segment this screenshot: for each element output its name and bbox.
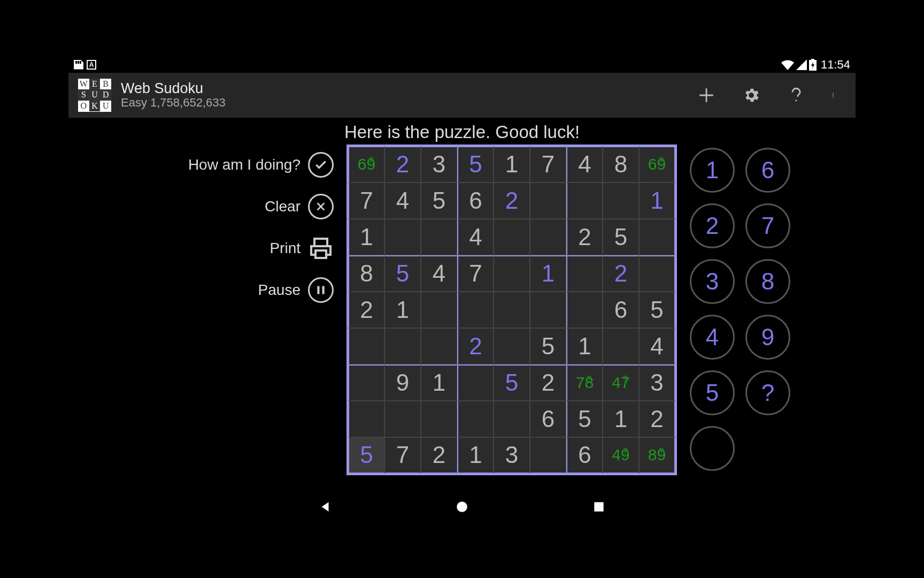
grid-cell[interactable]: 1 <box>603 401 639 437</box>
numpad-8-button[interactable]: 8 <box>745 259 790 304</box>
grid-cell[interactable] <box>494 219 530 255</box>
grid-cell[interactable]: 2 <box>494 182 530 219</box>
grid-cell[interactable]: 1 <box>530 255 566 292</box>
grid-cell[interactable]: 1 <box>457 437 494 474</box>
nav-home-icon[interactable] <box>455 500 469 514</box>
grid-cell[interactable] <box>494 292 530 328</box>
numpad-5-button[interactable]: 5 <box>690 370 735 415</box>
grid-cell[interactable]: 7 <box>530 146 566 182</box>
numpad-erase-button[interactable] <box>690 426 735 471</box>
grid-cell[interactable]: 9 <box>384 364 421 401</box>
grid-cell[interactable] <box>348 401 384 437</box>
grid-cell[interactable] <box>566 255 603 292</box>
grid-cell[interactable]: 2 <box>566 219 603 255</box>
grid-cell[interactable]: 89? <box>639 437 675 474</box>
grid-cell[interactable] <box>530 182 566 219</box>
clear-button[interactable]: Clear <box>265 194 334 219</box>
grid-cell[interactable]: 3 <box>494 437 530 474</box>
grid-cell[interactable]: 8 <box>348 255 384 292</box>
numpad-4-button[interactable]: 4 <box>690 315 735 360</box>
nav-recent-icon[interactable] <box>592 500 606 514</box>
grid-cell[interactable]: 2 <box>384 146 421 182</box>
grid-cell[interactable] <box>639 255 675 292</box>
grid-cell[interactable] <box>566 182 603 219</box>
grid-cell[interactable]: 5 <box>421 182 457 219</box>
grid-cell[interactable]: 7 <box>384 437 421 474</box>
grid-cell[interactable]: 2 <box>457 328 494 364</box>
grid-cell[interactable]: 5 <box>639 292 675 328</box>
grid-cell[interactable]: 5 <box>384 255 421 292</box>
settings-icon[interactable] <box>742 86 760 104</box>
grid-cell[interactable]: 5 <box>457 146 494 182</box>
grid-cell[interactable]: 1 <box>348 219 384 255</box>
grid-cell[interactable] <box>384 328 421 364</box>
grid-cell[interactable]: 5 <box>566 401 603 437</box>
grid-cell[interactable]: 6 <box>566 437 603 474</box>
grid-cell[interactable]: 2 <box>603 255 639 292</box>
grid-cell[interactable] <box>457 401 494 437</box>
help-icon[interactable] <box>787 86 805 104</box>
grid-cell[interactable]: 1 <box>494 146 530 182</box>
grid-cell[interactable] <box>421 328 457 364</box>
print-button[interactable]: Print <box>270 235 334 261</box>
grid-cell[interactable]: 78? <box>566 364 603 401</box>
numpad-1-button[interactable]: 1 <box>690 148 735 193</box>
new-puzzle-icon[interactable] <box>697 86 715 104</box>
grid-cell[interactable]: 2 <box>421 437 457 474</box>
grid-cell[interactable] <box>494 401 530 437</box>
grid-cell[interactable]: 7 <box>457 255 494 292</box>
grid-cell[interactable] <box>494 328 530 364</box>
numpad-2-button[interactable]: 2 <box>690 203 735 248</box>
grid-cell[interactable]: 5 <box>530 328 566 364</box>
grid-cell[interactable]: 6 <box>603 292 639 328</box>
grid-cell[interactable] <box>348 328 384 364</box>
pause-button[interactable]: Pause <box>258 277 334 303</box>
grid-cell[interactable]: 2 <box>530 364 566 401</box>
grid-cell[interactable] <box>530 292 566 328</box>
numpad-9-button[interactable]: 9 <box>745 315 790 360</box>
grid-cell[interactable] <box>530 437 566 474</box>
grid-cell[interactable] <box>348 364 384 401</box>
grid-cell[interactable] <box>457 364 494 401</box>
grid-cell[interactable] <box>566 292 603 328</box>
grid-cell[interactable] <box>603 328 639 364</box>
numpad-3-button[interactable]: 3 <box>690 259 735 304</box>
grid-cell[interactable]: 8 <box>603 146 639 182</box>
numpad-hint-button[interactable]: ? <box>745 370 790 415</box>
grid-cell[interactable]: 6 <box>457 182 494 219</box>
nav-back-icon[interactable] <box>318 500 332 514</box>
grid-cell[interactable]: 4 <box>421 255 457 292</box>
grid-cell[interactable] <box>457 292 494 328</box>
grid-cell[interactable]: 49? <box>603 437 639 474</box>
check-button[interactable]: How am I doing? <box>188 152 334 178</box>
grid-cell[interactable]: 47? <box>603 364 639 401</box>
grid-cell[interactable] <box>639 219 675 255</box>
grid-cell[interactable] <box>421 401 457 437</box>
grid-cell[interactable]: 6 <box>530 401 566 437</box>
grid-cell[interactable]: 5 <box>348 437 384 474</box>
grid-cell[interactable] <box>384 219 421 255</box>
grid-cell[interactable] <box>603 182 639 219</box>
grid-cell[interactable]: 69? <box>639 146 675 182</box>
grid-cell[interactable]: 2 <box>348 292 384 328</box>
grid-cell[interactable] <box>421 292 457 328</box>
grid-cell[interactable]: 3 <box>421 146 457 182</box>
grid-cell[interactable]: 4 <box>457 219 494 255</box>
grid-cell[interactable]: 4 <box>384 182 421 219</box>
grid-cell[interactable]: 7 <box>348 182 384 219</box>
grid-cell[interactable]: 5 <box>494 364 530 401</box>
grid-cell[interactable]: 5 <box>603 219 639 255</box>
grid-cell[interactable]: 1 <box>421 364 457 401</box>
grid-cell[interactable] <box>421 219 457 255</box>
grid-cell[interactable]: 1 <box>384 292 421 328</box>
grid-cell[interactable]: 4 <box>639 328 675 364</box>
grid-cell[interactable] <box>384 401 421 437</box>
grid-cell[interactable]: 69? <box>348 146 384 182</box>
grid-cell[interactable]: 1 <box>639 182 675 219</box>
grid-cell[interactable]: 4 <box>566 146 603 182</box>
numpad-7-button[interactable]: 7 <box>745 203 790 248</box>
grid-cell[interactable]: 3 <box>639 364 675 401</box>
numpad-6-button[interactable]: 6 <box>745 148 790 193</box>
grid-cell[interactable] <box>530 219 566 255</box>
grid-cell[interactable]: 2 <box>639 401 675 437</box>
